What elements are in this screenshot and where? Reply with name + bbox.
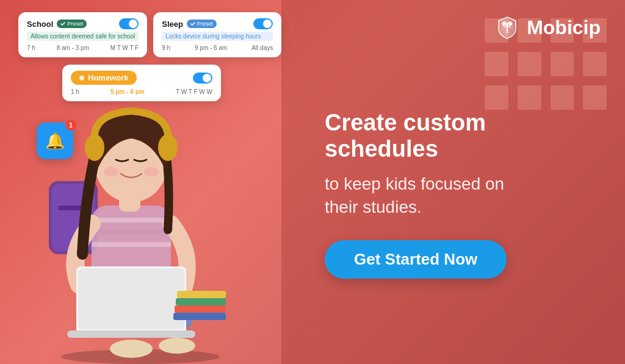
school-card: School Preset Allows content deemed safe… — [18, 12, 147, 57]
sleep-hours: 9 h — [162, 45, 170, 51]
school-preset-badge: Preset — [57, 20, 87, 28]
svg-rect-14 — [67, 330, 195, 338]
left-side: School Preset Allows content deemed safe… — [0, 0, 312, 364]
sleep-card: Sleep Preset Locks device during sleepin… — [153, 12, 281, 57]
subtext-content: to keep kids focused on their studies. — [325, 174, 504, 216]
school-days: M T W T F — [110, 45, 139, 51]
sleep-toggle[interactable] — [253, 18, 273, 29]
school-card-title-area: School Preset — [27, 20, 87, 29]
school-time-range: 8 am - 3 pm — [57, 45, 89, 51]
top-cards-row: School Preset Allows content deemed safe… — [18, 12, 306, 57]
sleep-footer: 9 h 9 pm - 6 am All days — [162, 45, 273, 51]
svg-point-22 — [158, 134, 178, 161]
svg-point-7 — [159, 338, 195, 354]
sleep-preset-icon — [190, 21, 195, 26]
svg-point-6 — [110, 340, 153, 358]
sleep-subtitle: Locks device during sleeping hours — [162, 32, 273, 41]
school-card-header: School Preset — [27, 18, 139, 29]
notification-badge: 1 — [65, 120, 76, 130]
sleep-card-title-area: Sleep Preset — [162, 20, 217, 29]
subtext: to keep kids focused on their studies. — [325, 173, 594, 219]
svg-rect-10 — [92, 230, 171, 235]
svg-rect-11 — [92, 242, 171, 247]
homework-dot-icon — [79, 76, 84, 80]
svg-rect-9 — [92, 218, 171, 223]
logo-text: Mobicip — [527, 16, 601, 39]
notification-box: 🔔 1 — [37, 123, 73, 159]
headline-text: Create custom schedules — [325, 110, 594, 163]
homework-hours: 1 h — [71, 88, 79, 95]
logo-area: Mobicip — [495, 15, 601, 40]
svg-rect-16 — [176, 298, 226, 305]
svg-rect-17 — [175, 305, 226, 313]
svg-point-23 — [104, 167, 118, 177]
sleep-card-label: Sleep — [162, 20, 183, 29]
homework-footer: 1 h 5 pm - 6 pm T W T F W W — [71, 88, 212, 95]
school-hours: 7 h — [27, 45, 35, 51]
svg-rect-13 — [78, 268, 184, 329]
sleep-time-range: 9 pm - 6 am — [195, 45, 227, 51]
homework-toggle[interactable] — [193, 73, 212, 84]
sleep-card-header: Sleep Preset — [162, 18, 273, 29]
bell-icon: 🔔 — [45, 132, 65, 151]
get-started-button[interactable]: Get Started Now — [325, 240, 507, 279]
svg-point-21 — [85, 134, 104, 161]
homework-card-header: Homework — [71, 71, 212, 85]
preset-checkmark-icon — [60, 21, 65, 26]
homework-time-range: 5 pm - 6 pm — [110, 88, 145, 95]
homework-label: Homework — [71, 71, 137, 85]
svg-point-24 — [144, 167, 159, 177]
school-subtitle: Allows content deemed safe for school — [27, 32, 139, 41]
school-card-label: School — [27, 20, 53, 29]
cards-area: School Preset Allows content deemed safe… — [18, 12, 306, 101]
school-footer: 7 h 8 am - 3 pm M T W T F — [27, 45, 139, 51]
homework-card: Homework 1 h 5 pm - 6 pm T W T F W W — [62, 65, 221, 101]
homework-days: T W T F W W — [176, 88, 212, 95]
right-side: Create custom schedules to keep kids foc… — [312, 0, 625, 364]
mobicip-shield-icon — [495, 15, 519, 40]
svg-rect-15 — [177, 291, 226, 298]
svg-rect-18 — [173, 313, 226, 320]
sleep-days: All days — [251, 45, 273, 51]
school-toggle[interactable] — [119, 18, 139, 29]
bottom-cards-row: 🔔 1 Homework 1 h 5 pm - 6 pm T W T F W W — [18, 65, 306, 101]
sleep-preset-badge: Preset — [187, 20, 217, 28]
